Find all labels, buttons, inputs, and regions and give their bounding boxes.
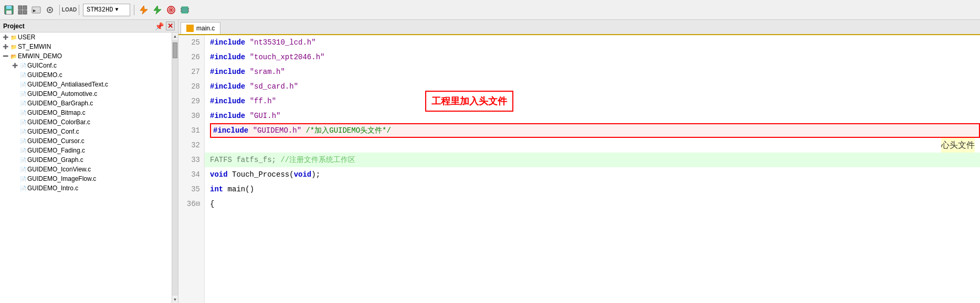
- tree-item-label: GUIDEMO.c: [27, 71, 62, 79]
- file-icon: 📄: [19, 146, 27, 155]
- tab-main-c[interactable]: main.c: [181, 22, 220, 34]
- tab-label: main.c: [196, 25, 215, 32]
- tree-item-label: GUIDEMO_IconView.c: [27, 166, 91, 173]
- tree-item-guidemo-automotive[interactable]: 📄 GUIDEMO_Automotive.c: [0, 89, 172, 99]
- side-annotation-text: 心头文件: [941, 138, 975, 153]
- comment-text: /*加入GUIDEMO头文件*/: [305, 123, 391, 138]
- scroll-thumb[interactable]: [173, 42, 177, 58]
- pin-icon[interactable]: 📌: [155, 22, 164, 30]
- code-line-32: [210, 138, 980, 153]
- tab-bar: main.c: [178, 20, 980, 35]
- file-icon: 📄: [19, 127, 27, 136]
- tree-item-guidemo-bitmap[interactable]: 📄 GUIDEMO_Bitmap.c: [0, 108, 172, 117]
- keyword-int: int: [210, 182, 223, 197]
- sidebar-scrollbar[interactable]: ▲ ▼: [172, 33, 178, 303]
- svg-rect-2: [6, 10, 12, 14]
- expand-icon: ➕: [1, 33, 9, 41]
- tree-item-label: EMWIN_DEMO: [18, 52, 62, 60]
- tree-item-label: USER: [18, 34, 35, 41]
- tree-item-label: GUIDEMO_ImageFlow.c: [27, 175, 96, 182]
- file-icon: 📄: [19, 90, 27, 98]
- project-panel-title: Project: [3, 23, 153, 30]
- scroll-down-arrow[interactable]: ▼: [172, 296, 178, 303]
- tree-item-guidemo-colorbar[interactable]: 📄 GUIDEMO_ColorBar.c: [0, 117, 172, 127]
- svg-marker-11: [140, 6, 147, 14]
- load-icon[interactable]: LOAD: [64, 4, 75, 16]
- tree-item-guidemo-antialiased[interactable]: 📄 GUIDEMO_AntialiasedText.c: [0, 80, 172, 89]
- chip-icon[interactable]: [179, 4, 191, 16]
- code-text: {: [210, 197, 214, 211]
- grid-icon[interactable]: [17, 4, 28, 16]
- string-literal: "nt35310_lcd.h": [250, 35, 316, 50]
- code-line-34: void Touch_Process( void );: [210, 167, 980, 182]
- tree-item-guidemo-cursor[interactable]: 📄 GUIDEMO_Cursor.c: [0, 136, 172, 146]
- keyword-include: #include: [210, 94, 245, 109]
- gear-icon[interactable]: [44, 4, 56, 16]
- svg-rect-16: [182, 7, 188, 13]
- string-literal: "sram.h": [250, 64, 285, 79]
- code-line-33: FATFS fatfs_fs; //注册文件系统工作区: [210, 153, 980, 167]
- keyword-include: #include: [210, 50, 245, 64]
- project-panel: Project 📌 ✕ ➕ 📁 USER ➕ 📁 ST_EMWIN: [0, 20, 178, 303]
- annotation-box: 工程里加入头文件: [425, 91, 513, 112]
- file-icon: 📄: [19, 156, 27, 164]
- flash-icon[interactable]: [138, 4, 150, 16]
- keyword-include: #include: [210, 35, 245, 50]
- tree-item-guidemo-intro[interactable]: 📄 GUIDEMO_Intro.c: [0, 183, 172, 193]
- code-lines: #include "nt35310_lcd.h" #include "touch…: [205, 35, 980, 303]
- code-text: );: [311, 167, 320, 182]
- file-icon: 📄: [19, 61, 27, 70]
- code-line-36: {: [210, 197, 980, 211]
- keyword-include: #include: [210, 64, 245, 79]
- project-tree[interactable]: ➕ 📁 USER ➕ 📁 ST_EMWIN ➖ 📂 EMWIN_DEMO: [0, 33, 172, 303]
- tree-item-label: GUIDEMO_Intro.c: [27, 185, 78, 192]
- tree-item-guidemo-graph[interactable]: 📄 GUIDEMO_Graph.c: [0, 155, 172, 165]
- tree-item-guidemo-bargraph[interactable]: 📄 GUIDEMO_BarGraph.c: [0, 99, 172, 108]
- tree-item-stemwin[interactable]: ➕ 📁 ST_EMWIN: [0, 42, 172, 51]
- comment-text: //注册文件系统工作区: [280, 153, 355, 167]
- code-text: [245, 64, 249, 79]
- keyword-void2: void: [294, 167, 312, 182]
- tree-item-guidemo-iconview[interactable]: 📄 GUIDEMO_IconView.c: [0, 165, 172, 174]
- close-icon[interactable]: ✕: [166, 21, 175, 30]
- code-line-28: #include "sd_card.h": [210, 79, 980, 94]
- scroll-up-arrow[interactable]: ▲: [172, 33, 178, 40]
- tree-item-label: GUIDEMO_Bitmap.c: [27, 109, 86, 116]
- code-editor[interactable]: 25 26 27 28 29 30 31 32 33 34 35 36⊟: [178, 35, 980, 303]
- file-icon: 📄: [19, 99, 27, 107]
- tree-item-label: GUIDEMO_Cursor.c: [27, 137, 85, 145]
- build-icon[interactable]: ▶: [30, 4, 42, 16]
- tree-item-guidemo-fading[interactable]: 📄 GUIDEMO_Fading.c: [0, 146, 172, 155]
- string-literal: "ff.h": [250, 94, 276, 109]
- code-text: FATFS fatfs_fs;: [210, 153, 280, 167]
- target-dropdown[interactable]: STM32HD ▼: [83, 4, 130, 16]
- target-icon[interactable]: [165, 4, 177, 16]
- tree-item-emwindemo[interactable]: ➖ 📂 EMWIN_DEMO: [0, 51, 172, 61]
- tree-item-guidemo-conf[interactable]: 📄 GUIDEMO_Conf.c: [0, 127, 172, 136]
- svg-rect-6: [23, 10, 27, 14]
- debug-icon[interactable]: [152, 4, 163, 16]
- svg-rect-3: [18, 6, 22, 9]
- expand-icon: ➕: [1, 42, 9, 51]
- save-icon[interactable]: [3, 4, 15, 16]
- svg-point-10: [49, 9, 51, 11]
- code-content: 25 26 27 28 29 30 31 32 33 34 35 36⊟: [178, 35, 980, 303]
- tree-item-label: GUIDEMO_BarGraph.c: [27, 100, 93, 107]
- tree-item-user[interactable]: ➕ 📁 USER: [0, 33, 172, 42]
- string-literal: "touch_xpt2046.h": [250, 50, 325, 64]
- tree-item-label: GUIDEMO_Graph.c: [27, 156, 83, 164]
- code-line-27: #include "sram.h": [210, 64, 980, 79]
- tree-item-label: GUIConf.c: [27, 62, 57, 69]
- scroll-track[interactable]: [172, 40, 178, 296]
- tree-item-label: GUIDEMO_Fading.c: [27, 147, 85, 154]
- collapse-icon: ➖: [1, 52, 9, 60]
- separator-3: [134, 5, 134, 15]
- svg-marker-12: [154, 6, 161, 14]
- tree-item-guidemo-imageflow[interactable]: 📄 GUIDEMO_ImageFlow.c: [0, 174, 172, 183]
- code-text: [248, 123, 252, 138]
- tree-item-guidemo[interactable]: 📄 GUIDEMO.c: [0, 70, 172, 80]
- tree-item-guiconf[interactable]: ➕ 📄 GUIConf.c: [0, 61, 172, 70]
- tree-item-label: GUIDEMO_AntialiasedText.c: [27, 81, 108, 88]
- target-dropdown-label: STM32HD: [87, 6, 113, 14]
- project-panel-header: Project 📌 ✕: [0, 20, 178, 33]
